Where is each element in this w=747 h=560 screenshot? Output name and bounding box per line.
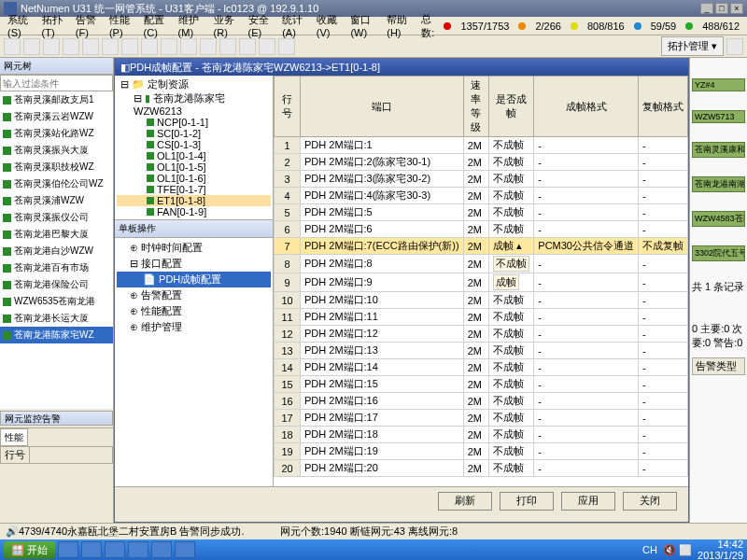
table-row[interactable]: 12PDH 2M端口:122M不成帧-- [275, 326, 688, 343]
alarm-monitor-header[interactable]: 网元监控告警 [0, 411, 113, 426]
menu-favorites[interactable]: 收藏(V) [313, 11, 345, 40]
ne-item[interactable]: 苍南灵溪邮政支局1 [0, 91, 113, 108]
col-header[interactable]: 是否成帧 [488, 77, 534, 137]
board-item[interactable]: OL1[0-1-4] [117, 150, 271, 161]
apply-button[interactable]: 应用 [561, 492, 615, 511]
topo-node[interactable]: 苍南灵溪康和京国 [692, 142, 745, 158]
menu-performance[interactable]: 性能(P) [106, 11, 138, 40]
perf-tab[interactable]: 性能 [0, 428, 28, 446]
task-item[interactable] [175, 541, 195, 558]
table-row[interactable]: 8PDH 2M端口:82M不成帧-- [275, 255, 688, 273]
menu-stats[interactable]: 统计(A) [278, 11, 311, 40]
ne-item[interactable]: WZW6535苍南龙港 [0, 293, 113, 310]
task-item[interactable] [81, 541, 102, 558]
table-row[interactable]: 6PDH 2M端口:62M不成帧-- [275, 221, 688, 238]
tb-close-icon[interactable] [726, 38, 743, 55]
table-row[interactable]: 11PDH 2M端口:112M不成帧-- [275, 309, 688, 326]
system-tray[interactable]: CH 🔇 ⬜ 14:422013/1/29 [642, 539, 743, 560]
task-item[interactable] [58, 541, 78, 558]
board-item[interactable]: OL1[0-1-6] [117, 173, 271, 184]
ne-item[interactable]: 苍南龙港长运大厦 [0, 310, 113, 327]
table-row[interactable]: 14PDH 2M端口:142M不成帧-- [275, 359, 688, 376]
ne-item[interactable]: 苍南龙港保险公司 [0, 276, 113, 293]
table-row[interactable]: 20PDH 2M端口:202M不成帧-- [275, 460, 688, 477]
topo-node[interactable]: WZW4583苍南灵溪 [692, 211, 745, 227]
board-item[interactable]: ET1[0-1-8] [117, 195, 271, 206]
port-table[interactable]: 行号端口速率等级是否成帧成帧格式复帧格式 1PDH 2M端口:12M不成帧--2… [274, 76, 688, 477]
ne-list[interactable]: 苍南灵溪邮政支局1苍南灵溪云岩WZW苍南灵溪站化路WZ苍南灵溪振兴大厦苍南灵溪职… [0, 91, 113, 409]
ne-item[interactable]: 苍南灵溪振兴大厦 [0, 142, 113, 159]
board-item[interactable]: NCP[0-1-1] [117, 117, 271, 128]
resource-tree[interactable]: ⊟ 📁 定制资源 ⊟ ▮ 苍南龙港陈家宅WZW6213 NCP[0-1-1]SC… [115, 76, 273, 219]
board-item[interactable]: OL1[0-1-5] [117, 161, 271, 173]
menu-help[interactable]: 帮助(H) [383, 11, 416, 40]
print-button[interactable]: 打印 [500, 492, 554, 511]
task-item[interactable] [128, 541, 148, 558]
menu-alarm[interactable]: 告警(F) [72, 11, 104, 40]
tb-forward-icon[interactable] [23, 38, 40, 55]
ne-item[interactable]: 苍南灵溪职技校WZ [0, 159, 113, 175]
topo-node[interactable]: 苍南龙港南湖村 [692, 176, 745, 192]
tb-print-icon[interactable] [102, 38, 119, 55]
board-item[interactable]: FAN[0-1-9] [117, 206, 271, 217]
tb-btn-icon[interactable] [278, 38, 295, 55]
menu-service[interactable]: 业务(R) [210, 11, 243, 40]
board-item[interactable]: TFE[0-1-7] [117, 184, 271, 195]
menu-security[interactable]: 安全(E) [245, 11, 277, 40]
tb-btn-icon[interactable] [141, 38, 158, 55]
start-button[interactable]: 🪟 开始 [4, 541, 55, 559]
tb-btn-icon[interactable] [200, 38, 217, 55]
table-row[interactable]: 16PDH 2M端口:162M不成帧-- [275, 393, 688, 410]
table-row[interactable]: 18PDH 2M端口:182M不成帧-- [275, 427, 688, 443]
table-row[interactable]: 7PDH 2M端口:7(ECC路由保护(新))2M成帧 ▴PCM30公共信令通道… [275, 238, 688, 255]
view-dropdown[interactable]: 拓扑管理 ▾ [661, 36, 724, 56]
tb-refresh-icon[interactable] [63, 38, 79, 55]
close-button[interactable]: 关闭 [623, 492, 677, 511]
ops-tree[interactable]: ⊕ 时钟时间配置 ⊟ 接口配置 📄 PDH成帧配置 ⊕ 告警配置 ⊕ 性能配置 … [115, 238, 273, 337]
col-header[interactable]: 复帧格式 [638, 77, 687, 137]
ne-item[interactable]: 苍南龙港陈家宅WZ [0, 327, 113, 343]
table-row[interactable]: 4PDH 2M端口:4(陈家宅30-3)2M不成帧-- [275, 188, 688, 204]
topo-node[interactable]: WZW5713 [692, 110, 745, 123]
table-row[interactable]: 17PDH 2M端口:172M不成帧-- [275, 410, 688, 427]
col-header[interactable]: 端口 [301, 77, 464, 137]
ne-item[interactable]: 苍南灵溪浦WZW [0, 192, 113, 209]
ne-item[interactable]: 苍南龙港白沙WZW [0, 243, 113, 259]
table-row[interactable]: 13PDH 2M端口:132M不成帧-- [275, 343, 688, 359]
ne-item[interactable]: 苍南灵溪伯伦公司WZ [0, 175, 113, 192]
table-row[interactable]: 15PDH 2M端口:152M不成帧-- [275, 376, 688, 393]
menu-maintain[interactable]: 维护(M) [175, 11, 208, 40]
tb-back-icon[interactable] [4, 38, 21, 55]
table-row[interactable]: 3PDH 2M端口:3(陈家宅30-2)2M不成帧-- [275, 171, 688, 188]
table-row[interactable]: 2PDH 2M端口:2(陈家宅30-1)2M不成帧-- [275, 154, 688, 171]
filter-input[interactable] [0, 75, 113, 91]
menu-topology[interactable]: 拓扑(T) [38, 11, 70, 40]
tb-btn-icon[interactable] [219, 38, 236, 55]
menu-config[interactable]: 配置(C) [140, 11, 173, 40]
table-row[interactable]: 10PDH 2M端口:102M不成帧-- [275, 292, 688, 309]
board-item[interactable]: SC[0-1-2] [117, 128, 271, 139]
tb-btn-icon[interactable] [259, 38, 275, 55]
tb-btn-icon[interactable] [239, 38, 256, 55]
table-row[interactable]: 1PDH 2M端口:12M不成帧-- [275, 137, 688, 154]
task-item[interactable] [151, 541, 172, 558]
topo-node[interactable]: 3302院代五号楼 [692, 245, 745, 261]
task-item[interactable] [105, 541, 125, 558]
col-header[interactable]: 速率等级 [463, 77, 488, 137]
table-row[interactable]: 9PDH 2M端口:92M成帧-- [275, 273, 688, 292]
ne-item[interactable]: 苍南灵溪振仪公司 [0, 209, 113, 226]
ne-item[interactable]: 苍南龙港巴黎大厦 [0, 226, 113, 243]
ne-item[interactable]: 苍南龙港百有市场 [0, 259, 113, 276]
tb-btn-icon[interactable] [161, 38, 177, 55]
refresh-button[interactable]: 刷新 [438, 492, 492, 511]
board-item[interactable]: CS[0-1-3] [117, 139, 271, 150]
ne-item[interactable]: 苍南灵溪云岩WZW [0, 108, 113, 125]
menu-system[interactable]: 系统(S) [4, 11, 36, 40]
topo-node[interactable]: YZ#4 [692, 78, 745, 91]
table-row[interactable]: 5PDH 2M端口:52M不成帧-- [275, 204, 688, 221]
ne-item[interactable]: 苍南灵溪站化路WZ [0, 125, 113, 142]
table-row[interactable]: 19PDH 2M端口:192M不成帧-- [275, 443, 688, 460]
tb-save-icon[interactable] [82, 38, 99, 55]
col-header[interactable]: 行号 [275, 77, 301, 137]
tb-up-icon[interactable] [43, 38, 60, 55]
